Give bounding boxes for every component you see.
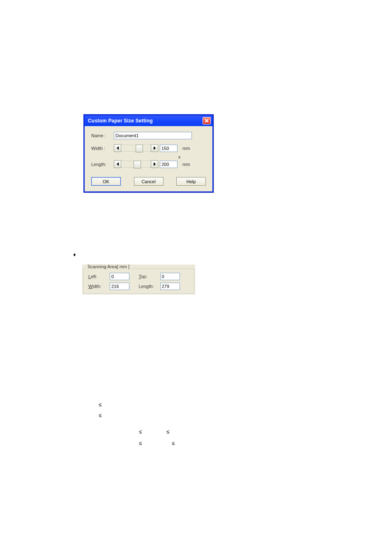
length-row: Length: mm <box>91 160 206 168</box>
length-label-2: Length: <box>139 284 160 289</box>
width-length-row: Width: Length: <box>88 283 189 290</box>
length-slider-thumb[interactable] <box>134 161 141 168</box>
scanning-area-groupbox: Scanning Area[ mm ] Left: Top: Width: Le… <box>83 269 194 294</box>
length-unit: mm <box>182 162 190 167</box>
times-label: x <box>178 154 181 159</box>
le-glyph: ≤ <box>99 412 101 418</box>
diamond-bullet-icon: ♦ <box>73 251 76 258</box>
width-label-2: Width: <box>88 284 110 289</box>
width-decrement-button[interactable] <box>114 144 121 152</box>
left-input[interactable] <box>110 273 129 280</box>
scanning-area-panel: Scanning Area[ mm ] Left: Top: Width: Le… <box>82 265 195 295</box>
length-input[interactable] <box>160 161 178 168</box>
button-row: OK Cancel Help <box>91 173 206 186</box>
titlebar[interactable]: Custom Paper Size Setting <box>85 115 212 126</box>
name-label: Name : <box>91 133 114 138</box>
width-label: Width : <box>91 146 114 151</box>
ok-button[interactable]: OK <box>91 177 121 186</box>
groupbox-legend: Scanning Area[ mm ] <box>86 264 131 269</box>
width-slider-track[interactable] <box>121 145 151 152</box>
width-row: Width : mm <box>91 144 206 152</box>
close-icon <box>205 119 209 123</box>
le-glyph: ≤ <box>99 401 101 408</box>
le-glyph: ≤ <box>139 428 142 435</box>
svg-marker-2 <box>117 146 119 150</box>
width-input[interactable] <box>160 145 178 152</box>
custom-paper-size-dialog: Custom Paper Size Setting Name : Width : <box>83 114 214 193</box>
left-label: Left: <box>88 274 110 279</box>
svg-marker-5 <box>154 162 156 166</box>
length-decrement-button[interactable] <box>114 160 121 168</box>
le-glyph: ≤ <box>139 440 142 446</box>
times-row: x <box>91 154 206 159</box>
name-input[interactable] <box>114 132 192 139</box>
length-input-2[interactable] <box>160 283 180 290</box>
svg-marker-4 <box>117 162 119 166</box>
le-glyph: ≤ <box>172 440 175 446</box>
cancel-button[interactable]: Cancel <box>134 177 164 186</box>
chevron-left-icon <box>116 162 119 166</box>
left-top-row: Left: Top: <box>88 273 189 280</box>
length-label: Length: <box>91 162 114 167</box>
top-label: Top: <box>139 274 160 279</box>
top-input[interactable] <box>160 273 180 280</box>
length-slider[interactable] <box>114 160 158 168</box>
help-button[interactable]: Help <box>176 177 206 186</box>
svg-marker-3 <box>154 146 156 150</box>
width-slider[interactable] <box>114 144 158 152</box>
dialog-title: Custom Paper Size Setting <box>88 118 153 124</box>
chevron-left-icon <box>116 146 119 150</box>
width-increment-button[interactable] <box>151 144 158 152</box>
close-button[interactable] <box>203 117 211 124</box>
width-unit: mm <box>182 146 190 151</box>
length-increment-button[interactable] <box>151 160 158 168</box>
dialog-body: Name : Width : mm x Length: <box>85 126 212 191</box>
width-input-2[interactable] <box>110 283 129 290</box>
name-row: Name : <box>91 132 206 139</box>
chevron-right-icon <box>153 162 156 166</box>
width-slider-thumb[interactable] <box>136 145 143 152</box>
length-slider-track[interactable] <box>121 161 151 168</box>
le-glyph: ≤ <box>166 428 169 435</box>
chevron-right-icon <box>153 146 156 150</box>
